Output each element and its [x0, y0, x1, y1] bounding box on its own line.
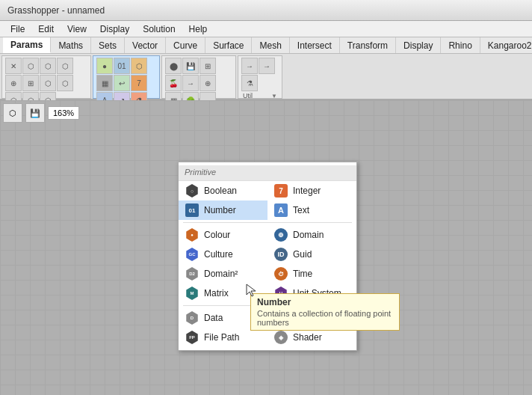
tab-rhino[interactable]: Rhino	[441, 37, 480, 53]
geo-icon-4[interactable]: ⬡	[57, 58, 73, 74]
toolbar-section-util: → → ⚗ Util ▼	[238, 55, 282, 99]
text-icon: A	[273, 203, 288, 218]
dropdown-domain[interactable]: ⊕ Domain	[267, 225, 356, 245]
zoom-display: 163%	[48, 106, 79, 120]
dropdown-data-path[interactable]: DP Data Path	[267, 308, 356, 328]
tab-curve[interactable]: Curve	[166, 37, 205, 53]
tab-kangaroo2[interactable]: Kangaroo2	[480, 37, 532, 53]
prim-icon-3[interactable]: ⬡	[131, 58, 147, 74]
dropdown-cols-8: FP File Path ◈ Shader	[179, 328, 356, 347]
tab-maths[interactable]: Maths	[51, 37, 91, 53]
file-path-icon: FP	[185, 330, 200, 345]
canvas-btn-component[interactable]: ⬡	[3, 103, 22, 123]
inp-icon-2[interactable]: 💾	[182, 58, 199, 74]
guid-label: Guid	[293, 249, 350, 260]
tab-vector[interactable]: Vector	[125, 37, 166, 53]
dropdown-cols-4: GC Culture ID Guid	[179, 245, 356, 264]
app-title: Grasshopper - unnamed	[7, 5, 105, 16]
data-icon: D	[185, 310, 200, 325]
tab-transform[interactable]: Transform	[340, 37, 396, 53]
dropdown-unit-system[interactable]: U Unit System	[267, 284, 356, 303]
shader-label: Shader	[293, 332, 350, 343]
inp-icon-1[interactable]: ⬤	[165, 58, 182, 74]
dropdown-data[interactable]: D Data	[179, 308, 267, 328]
prim-icon-6[interactable]: 7	[131, 75, 147, 91]
prim-icon-4[interactable]: ▦	[96, 75, 113, 91]
dropdown-text[interactable]: A Text	[267, 200, 356, 220]
data-label: Data	[204, 313, 262, 323]
menu-display[interactable]: Display	[94, 22, 135, 36]
geo-icon-6[interactable]: ⊞	[22, 75, 39, 91]
separator-1	[183, 222, 352, 223]
domain2-label: Domain²	[204, 269, 262, 279]
canvas-btn-save[interactable]: 💾	[25, 103, 45, 123]
tab-surface[interactable]: Surface	[205, 37, 252, 53]
dropdown-boolean[interactable]: ○ Boolean	[179, 181, 267, 200]
dropdown-file-path[interactable]: FP File Path	[179, 328, 267, 347]
file-path-label: File Path	[204, 332, 262, 343]
domain-label: Domain	[293, 230, 350, 240]
tab-sets[interactable]: Sets	[91, 37, 125, 53]
prim-icon-5[interactable]: ↩	[114, 75, 130, 91]
data-path-label: Data Path	[293, 313, 350, 323]
dropdown-guid[interactable]: ID Guid	[267, 245, 356, 264]
menu-solution[interactable]: Solution	[137, 22, 181, 36]
number-label: Number	[204, 205, 262, 215]
menu-edit[interactable]: Edit	[32, 22, 60, 36]
dropdown-cols-2: 01 Number A Text	[179, 200, 356, 220]
culture-icon: GC	[185, 247, 200, 262]
culture-label: Culture	[204, 249, 262, 260]
dropdown-cols-7: D Data DP Data Path	[179, 308, 356, 328]
dropdown-culture[interactable]: GC Culture	[179, 245, 267, 264]
dropdown-matrix[interactable]: M Matrix	[179, 284, 267, 303]
matrix-icon: M	[185, 286, 200, 301]
prim-icon-2[interactable]: 01	[114, 58, 130, 74]
time-icon: ⏱	[273, 266, 288, 281]
util-expand-arrow[interactable]: ▼	[271, 93, 277, 99]
integer-label: Integer	[293, 186, 350, 196]
tab-display[interactable]: Display	[396, 37, 441, 53]
dropdown-number[interactable]: 01 Number	[179, 200, 267, 220]
geo-icon-5[interactable]: ⊕	[5, 75, 22, 91]
unit-system-icon: U	[273, 286, 288, 301]
geo-icon-2[interactable]: ⬡	[22, 58, 39, 74]
util-icon-3[interactable]: ⚗	[241, 75, 258, 91]
menu-help[interactable]: Help	[183, 22, 214, 36]
dropdown-cols-5: D2 Domain² ⏱ Time	[179, 264, 356, 284]
util-icon-1[interactable]: →	[241, 58, 258, 74]
text-label: Text	[293, 205, 350, 215]
geo-icon-1[interactable]: ✕	[5, 58, 22, 74]
geo-icon-3[interactable]: ⬡	[40, 58, 56, 74]
dropdown-time[interactable]: ⏱ Time	[267, 264, 356, 284]
integer-icon: 7	[273, 183, 288, 198]
menu-view[interactable]: View	[61, 22, 93, 36]
geo-icon-8[interactable]: ⬡	[57, 75, 73, 91]
dropdown-domain2[interactable]: D2 Domain²	[179, 264, 267, 284]
util-icon-2[interactable]: →	[259, 58, 275, 74]
dropdown-cols-6: M Matrix U Unit System	[179, 284, 356, 303]
canvas-area[interactable]: ⬡ 💾 163% Primitive ○ Boolean	[0, 100, 532, 395]
dropdown-colour[interactable]: ● Colour	[179, 225, 267, 245]
dropdown-shader[interactable]: ◈ Shader	[267, 328, 356, 347]
tab-mesh[interactable]: Mesh	[252, 37, 289, 53]
tab-intersect[interactable]: Intersect	[290, 37, 340, 53]
util-label: Util ▼	[241, 91, 279, 100]
inp-icon-6[interactable]: ⊕	[200, 75, 216, 91]
lower-area: ⬡ 💾 163% Primitive ○ Boolean	[0, 100, 532, 395]
domain-icon: ⊕	[273, 227, 288, 242]
inp-icon-3[interactable]: ⊞	[200, 58, 216, 74]
dropdown-cols-3: ● Colour ⊕ Domain	[179, 225, 356, 245]
dropdown-integer[interactable]: 7 Integer	[267, 181, 356, 200]
tab-params[interactable]: Params	[3, 37, 51, 53]
shader-icon: ◈	[273, 330, 288, 345]
colour-label: Colour	[204, 230, 262, 240]
inp-icon-4[interactable]: 🍒	[165, 75, 182, 91]
prim-icon-1[interactable]: ●	[96, 58, 113, 74]
menu-file[interactable]: File	[4, 22, 31, 36]
inp-icon-5[interactable]: →	[182, 75, 199, 91]
dropdown-menu: Primitive ○ Boolean 7 Integer	[178, 162, 357, 351]
toolbar-section-input: ⬤ 💾 ⊞ 🍒 → ⊕ ▦ 🌳 → ⚗ Input ▼	[161, 55, 236, 99]
menu-bar: File Edit View Display Solution Help	[0, 21, 532, 37]
separator-2	[183, 305, 352, 306]
geo-icon-7[interactable]: ⬡	[40, 75, 56, 91]
